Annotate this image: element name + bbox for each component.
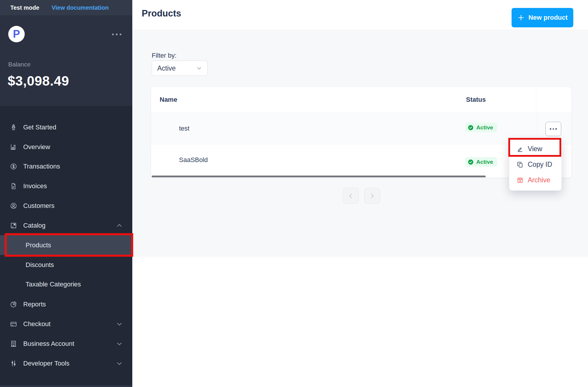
sidebar-item-label: Taxable Categories xyxy=(26,281,81,288)
pagination-next-button[interactable] xyxy=(364,188,380,204)
sidebar-item-label: Overview xyxy=(23,143,50,151)
menu-item-copy-id[interactable]: Copy ID xyxy=(509,157,562,172)
test-mode-bar: Test mode View documentation xyxy=(0,0,132,15)
page-title: Products xyxy=(142,8,181,19)
copy-icon xyxy=(517,161,524,168)
status-badge: Active xyxy=(465,123,497,132)
dollar-circle-icon xyxy=(10,163,17,170)
plus-icon xyxy=(517,14,525,21)
paddle-dashboard: Test mode View documentation P Balance $… xyxy=(0,0,588,387)
sidebar-item-discounts[interactable]: Discounts xyxy=(0,255,132,275)
bar-chart-icon xyxy=(10,143,17,151)
menu-item-label: View xyxy=(528,145,542,153)
check-circle-icon xyxy=(467,159,474,165)
menu-item-view[interactable]: View xyxy=(509,141,562,157)
sidebar-item-label: Business Account xyxy=(23,340,74,348)
logo-letter: P xyxy=(13,29,20,39)
sidebar-item-transactions[interactable]: Transactions xyxy=(0,157,132,176)
new-product-label: New product xyxy=(528,14,567,21)
filter-selected-value: Active xyxy=(157,64,176,72)
sidebar-item-products[interactable]: Products xyxy=(0,235,132,255)
person-circle-icon xyxy=(10,202,17,210)
test-mode-label: Test mode xyxy=(10,4,39,11)
sidebar-item-taxable-categories[interactable]: Taxable Categories xyxy=(0,275,132,294)
sidebar-item-overview[interactable]: Overview xyxy=(0,137,132,157)
sidebar-item-label: Catalog xyxy=(23,222,46,229)
balance-label: Balance xyxy=(8,61,31,68)
sidebar-item-reports[interactable]: Reports xyxy=(0,295,132,314)
sidebar: Test mode View documentation P Balance $… xyxy=(0,0,132,387)
invoice-icon xyxy=(10,182,17,190)
sliders-icon xyxy=(10,360,17,367)
chevron-down-icon xyxy=(116,360,123,367)
balance-amount: $3,098.49 xyxy=(8,73,69,89)
column-header-status: Status xyxy=(466,96,486,104)
sidebar-item-catalog[interactable]: Catalog xyxy=(0,216,132,235)
status-badge-label: Active xyxy=(476,124,493,131)
table-row-test[interactable]: test xyxy=(151,113,571,144)
sidebar-item-developer-tools[interactable]: Developer Tools xyxy=(0,354,132,373)
status-badge: Active xyxy=(465,157,497,167)
rocket-icon xyxy=(10,124,17,131)
chevron-down-icon xyxy=(116,340,123,348)
column-header-name: Name xyxy=(160,96,177,104)
sidebar-item-label: Get Started xyxy=(23,124,56,131)
new-product-button[interactable]: New product xyxy=(512,8,573,27)
sidebar-item-get-started[interactable]: Get Started xyxy=(0,118,132,137)
chevron-down-icon xyxy=(196,65,203,72)
row-actions-button[interactable] xyxy=(545,122,561,136)
sidebar-item-label: Invoices xyxy=(23,182,47,190)
status-filter-dropdown[interactable]: Active xyxy=(152,61,208,76)
sidebar-item-label: Transactions xyxy=(23,163,60,170)
sidebar-item-label: Products xyxy=(26,241,51,249)
pie-chart-icon xyxy=(10,301,17,308)
product-name-cell: SaaSBold xyxy=(179,156,208,164)
menu-item-label: Copy ID xyxy=(528,161,552,169)
check-circle-icon xyxy=(467,124,474,131)
chevron-down-icon xyxy=(116,320,123,328)
chevron-left-icon xyxy=(347,192,355,200)
menu-item-archive[interactable]: Archive xyxy=(509,172,562,188)
row-context-menu: View Copy ID Archive xyxy=(509,138,562,191)
sidebar-item-label: Developer Tools xyxy=(23,360,69,367)
view-documentation-link[interactable]: View documentation xyxy=(52,4,109,11)
sidebar-item-label: Customers xyxy=(23,202,54,210)
table-row-saasbold[interactable]: SaaSBold xyxy=(151,144,571,176)
sidebar-item-checkout[interactable]: Checkout xyxy=(0,314,132,334)
sidebar-item-invoices[interactable]: Invoices xyxy=(0,176,132,196)
package-icon xyxy=(10,222,17,229)
sidebar-item-label: Checkout xyxy=(23,320,51,328)
building-icon xyxy=(10,340,17,348)
filter-by-label: Filter by: xyxy=(152,52,176,59)
pagination-prev-button[interactable] xyxy=(343,188,359,204)
products-table: Name Status test SaaSBold Active Active xyxy=(151,87,571,178)
archive-box-icon xyxy=(517,177,524,184)
credit-card-icon xyxy=(10,320,17,328)
product-name-cell: test xyxy=(179,125,189,132)
sidebar-item-label: Discounts xyxy=(26,261,54,269)
sidebar-item-customers[interactable]: Customers xyxy=(0,196,132,216)
pencil-icon xyxy=(517,146,524,153)
table-header-row: Name Status xyxy=(151,87,571,113)
menu-item-label: Archive xyxy=(528,176,550,184)
sidebar-footer-strip xyxy=(0,385,132,387)
horizontal-scrollbar[interactable] xyxy=(152,176,486,177)
chevron-right-icon xyxy=(368,192,376,200)
ellipsis-icon[interactable] xyxy=(112,31,124,38)
paddle-logo: P xyxy=(8,26,25,42)
status-badge-label: Active xyxy=(476,159,493,165)
chevron-up-icon xyxy=(116,222,123,229)
sidebar-item-business-account[interactable]: Business Account xyxy=(0,334,132,353)
sidebar-item-label: Reports xyxy=(23,301,46,308)
ellipsis-icon xyxy=(550,128,551,130)
